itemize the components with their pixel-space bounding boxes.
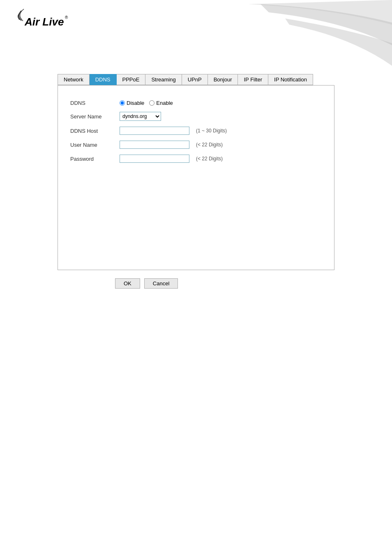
user-name-input[interactable] — [120, 141, 189, 149]
tab-upnp[interactable]: UPnP — [182, 74, 208, 85]
ddns-enable-label: Enable — [156, 100, 173, 106]
ddns-host-input[interactable] — [120, 127, 189, 135]
tab-bar: Network DDNS PPPoE Streaming UPnP Bonjou… — [58, 74, 334, 85]
form-panel: DDNS Disable Enable Server Name — [58, 85, 334, 270]
logo: Air Live ® — [12, 8, 78, 42]
password-hint: (< 22 Digits) — [196, 156, 223, 162]
tab-ddns[interactable]: DDNS — [90, 74, 117, 85]
server-name-select[interactable]: dyndns.org no-ip.com changeip.com — [120, 112, 161, 121]
ddns-enable-option[interactable]: Enable — [149, 100, 173, 106]
ok-button[interactable]: OK — [115, 278, 140, 289]
password-row: Password (< 22 Digits) — [70, 155, 322, 163]
cancel-button[interactable]: Cancel — [144, 278, 178, 289]
tab-pppoe[interactable]: PPPoE — [117, 74, 146, 85]
tab-bonjour[interactable]: Bonjour — [208, 74, 238, 85]
ddns-form: DDNS Disable Enable Server Name — [70, 100, 322, 163]
user-name-row: User Name (< 22 Digits) — [70, 141, 322, 149]
swoosh-decoration — [187, 0, 392, 66]
server-name-row: Server Name dyndns.org no-ip.com changei… — [70, 112, 322, 121]
ddns-host-control: (1 ~ 30 Digits) — [120, 127, 227, 135]
user-name-label: User Name — [70, 142, 120, 148]
header: Air Live ® — [0, 0, 392, 66]
ddns-radio-group: Disable Enable — [120, 100, 173, 106]
server-name-label: Server Name — [70, 113, 120, 120]
ddns-enable-radio[interactable] — [149, 100, 154, 106]
button-row: OK Cancel — [58, 278, 334, 289]
tab-ip-notification[interactable]: IP Notification — [268, 74, 313, 85]
ddns-label: DDNS — [70, 100, 120, 106]
ddns-disable-label: Disable — [127, 100, 144, 106]
ddns-disable-radio[interactable] — [120, 100, 125, 106]
ddns-host-hint: (1 ~ 30 Digits) — [196, 128, 227, 134]
password-control: (< 22 Digits) — [120, 155, 223, 163]
ddns-disable-option[interactable]: Disable — [120, 100, 144, 106]
password-label: Password — [70, 156, 120, 162]
password-input[interactable] — [120, 155, 189, 163]
server-name-control: dyndns.org no-ip.com changeip.com — [120, 112, 161, 121]
tab-streaming[interactable]: Streaming — [145, 74, 182, 85]
svg-text:Air Live: Air Live — [24, 16, 64, 28]
user-name-hint: (< 22 Digits) — [196, 142, 223, 148]
main-content: Network DDNS PPPoE Streaming UPnP Bonjou… — [0, 66, 392, 297]
tab-network[interactable]: Network — [58, 74, 90, 85]
tab-ip-filter[interactable]: IP Filter — [238, 74, 268, 85]
ddns-host-row: DDNS Host (1 ~ 30 Digits) — [70, 127, 322, 135]
user-name-control: (< 22 Digits) — [120, 141, 223, 149]
ddns-host-label: DDNS Host — [70, 128, 120, 134]
ddns-row: DDNS Disable Enable — [70, 100, 322, 106]
svg-text:®: ® — [65, 15, 68, 20]
